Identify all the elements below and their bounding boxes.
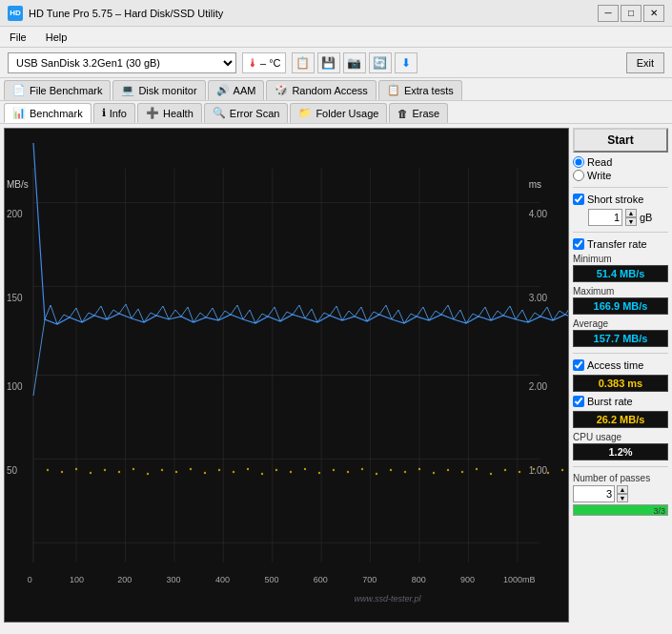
toolbar-icon-group: 📋 💾 📷 🔄 ⬇ — [292, 52, 417, 73]
toolbar-btn-1[interactable]: 📋 — [292, 52, 315, 73]
tab-row-2: 📊 Benchmark ℹ Info ➕ Health 🔍 Error Scan… — [0, 101, 672, 124]
minimize-button[interactable]: ─ — [598, 5, 619, 22]
svg-text:900: 900 — [460, 575, 475, 584]
tab-extra-tests[interactable]: 📋 Extra tests — [378, 80, 462, 100]
toolbar: USB SanDisk 3.2Gen1 (30 gB) 🌡 – °C 📋 💾 📷… — [0, 48, 672, 78]
tab-label: Benchmark — [30, 108, 83, 119]
maximize-button[interactable]: □ — [621, 5, 641, 22]
tab-label: Health — [163, 108, 193, 119]
menu-file[interactable]: File — [6, 31, 31, 44]
write-radio[interactable] — [573, 170, 584, 181]
passes-down-button[interactable]: ▼ — [617, 494, 628, 502]
tab-label: Random Access — [292, 85, 367, 96]
svg-point-56 — [290, 471, 292, 473]
svg-point-70 — [490, 473, 492, 475]
average-label: Average — [573, 318, 668, 329]
transfer-rate-label: Transfer rate — [587, 238, 647, 250]
cpu-usage-stat: CPU usage 1.2% — [573, 432, 668, 460]
svg-point-73 — [533, 468, 535, 470]
passes-spinner: ▲ ▼ — [617, 485, 628, 502]
toolbar-btn-2[interactable]: 💾 — [317, 52, 340, 73]
svg-text:50: 50 — [7, 465, 18, 476]
read-write-options: Read Write — [573, 156, 668, 181]
maximum-label: Maximum — [573, 286, 668, 297]
tab-error-scan[interactable]: 🔍 Error Scan — [204, 103, 289, 123]
svg-point-49 — [190, 468, 192, 470]
svg-point-55 — [275, 469, 277, 471]
toolbar-btn-3[interactable]: 📷 — [343, 52, 366, 73]
disk-selector[interactable]: USB SanDisk 3.2Gen1 (30 gB) — [8, 52, 236, 73]
svg-text:500: 500 — [264, 575, 278, 584]
svg-text:3.00: 3.00 — [529, 293, 548, 303]
tab-label: Erase — [412, 108, 439, 119]
menu-help[interactable]: Help — [42, 31, 71, 44]
svg-text:200: 200 — [7, 209, 23, 219]
stroke-spinner: ▲ ▼ — [625, 209, 637, 226]
write-option[interactable]: Write — [573, 170, 668, 181]
access-time-option[interactable]: Access time — [573, 359, 668, 371]
maximum-value: 166.9 MB/s — [573, 297, 668, 315]
minimum-label: Minimum — [573, 254, 668, 264]
svg-point-58 — [318, 472, 320, 474]
svg-point-47 — [161, 469, 163, 471]
svg-text:800: 800 — [412, 575, 426, 584]
benchmark-icon: 📊 — [12, 107, 26, 119]
tab-label: Info — [110, 108, 127, 119]
transfer-rate-checkbox[interactable] — [573, 238, 584, 250]
access-time-stat: 0.383 ms — [573, 375, 668, 392]
close-button[interactable]: ✕ — [643, 5, 664, 22]
svg-text:100: 100 — [70, 575, 84, 584]
svg-text:4.00: 4.00 — [529, 209, 548, 219]
toolbar-btn-4[interactable]: 🔄 — [369, 52, 392, 73]
burst-rate-value: 26.2 MB/s — [573, 411, 668, 428]
svg-point-43 — [104, 469, 106, 471]
burst-rate-checkbox[interactable] — [573, 396, 584, 407]
passes-input[interactable] — [573, 485, 615, 502]
transfer-rate-option[interactable]: Transfer rate — [573, 238, 668, 250]
extra-tests-icon: 📋 — [387, 84, 400, 96]
short-stroke-option[interactable]: Short stroke — [573, 194, 668, 205]
tab-health[interactable]: ➕ Health — [137, 103, 202, 123]
tab-random-access[interactable]: 🎲 Random Access — [266, 80, 376, 100]
toolbar-btn-download[interactable]: ⬇ — [395, 52, 417, 73]
svg-text:MB/s: MB/s — [7, 179, 29, 190]
access-time-checkbox[interactable] — [573, 359, 584, 371]
svg-text:www.ssd-tester.pl: www.ssd-tester.pl — [354, 594, 421, 603]
window-title: HD Tune Pro 5.75 – Hard Disk/SSD Utility — [29, 8, 223, 19]
stroke-down-button[interactable]: ▼ — [625, 217, 637, 226]
access-time-label: Access time — [587, 359, 643, 371]
folder-usage-icon: 📁 — [298, 107, 312, 119]
tab-erase[interactable]: 🗑 Erase — [389, 103, 448, 123]
read-option[interactable]: Read — [573, 156, 668, 168]
stroke-up-button[interactable]: ▲ — [625, 209, 637, 217]
tab-disk-monitor[interactable]: 💻 Disk monitor — [112, 80, 205, 100]
tab-row-1: 📄 File Benchmark 💻 Disk monitor 🔊 AAM 🎲 … — [0, 78, 672, 101]
temperature-value: – °C — [260, 57, 281, 69]
passes-up-button[interactable]: ▲ — [617, 485, 628, 494]
tab-file-benchmark[interactable]: 📄 File Benchmark — [4, 80, 111, 100]
svg-text:200: 200 — [117, 575, 132, 584]
tab-label: Extra tests — [404, 85, 454, 96]
burst-rate-option[interactable]: Burst rate — [573, 396, 668, 407]
menu-bar: File Help — [0, 27, 672, 48]
start-button[interactable]: Start — [573, 128, 668, 153]
minimum-value: 51.4 MB/s — [573, 265, 668, 282]
window-controls: ─ □ ✕ — [598, 5, 664, 22]
tab-benchmark[interactable]: 📊 Benchmark — [4, 103, 92, 123]
svg-point-54 — [261, 473, 263, 475]
tab-aam[interactable]: 🔊 AAM — [208, 80, 265, 100]
maximum-stat: Maximum 166.9 MB/s — [573, 286, 668, 315]
svg-point-66 — [433, 472, 435, 474]
short-stroke-label: Short stroke — [587, 194, 643, 205]
read-radio[interactable] — [573, 156, 584, 168]
exit-button[interactable]: Exit — [626, 52, 664, 73]
read-label: Read — [587, 156, 612, 168]
right-panel: Start Read Write Short stroke ▲ ▼ gB — [573, 128, 668, 623]
stroke-input[interactable] — [588, 209, 622, 226]
tab-folder-usage[interactable]: 📁 Folder Usage — [290, 103, 387, 123]
tab-info[interactable]: ℹ Info — [93, 103, 135, 123]
title-bar: HD HD Tune Pro 5.75 – Hard Disk/SSD Util… — [0, 0, 672, 27]
svg-point-46 — [147, 473, 149, 475]
svg-point-65 — [418, 468, 420, 470]
short-stroke-checkbox[interactable] — [573, 194, 584, 205]
